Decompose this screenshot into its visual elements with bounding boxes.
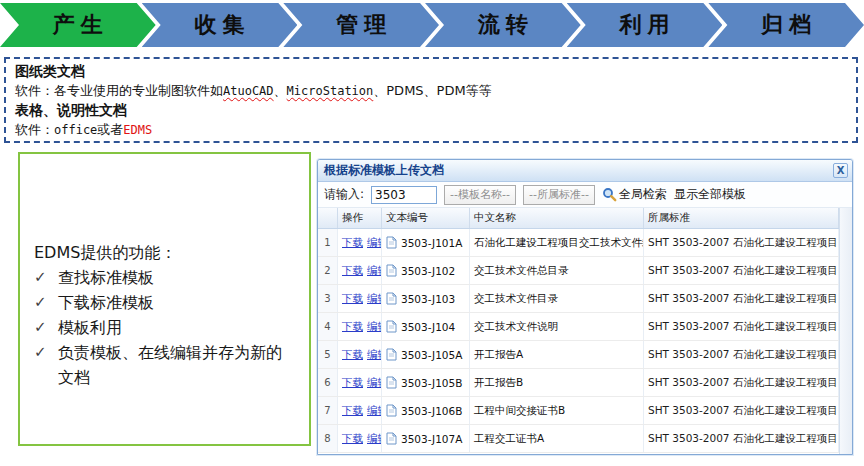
download-link[interactable]: 下载 (342, 404, 363, 418)
table-row[interactable]: 6 下载 编辑 3503-J105B 开工报告B SHT 3503-2007 石… (318, 369, 839, 397)
header-standard[interactable]: 所属标准 (644, 208, 839, 228)
row-doc-code: 3503-J103 (382, 285, 470, 312)
row-operations: 下载 编辑 (338, 425, 382, 452)
header-doc-code[interactable]: 文本编号 (382, 208, 470, 228)
flow-stage-label: 流转 (472, 10, 534, 40)
template-name-combo[interactable]: --模板名称-- (444, 185, 516, 205)
document-icon (386, 292, 397, 305)
search-input[interactable] (371, 186, 437, 204)
note-title-forms: 表格、说明性文档 (15, 101, 847, 120)
vertical-scrollbar[interactable] (839, 208, 852, 454)
check-icon: ✓ (34, 340, 58, 365)
flow-stage-label: 产生 (47, 10, 109, 40)
edit-link[interactable]: 编辑 (367, 404, 382, 418)
row-doc-code: 3503-J101A (382, 229, 470, 256)
header-chinese-name[interactable]: 中文名称 (470, 208, 644, 228)
misspelled-term: AtuoCAD (223, 84, 274, 98)
download-link[interactable]: 下载 (342, 320, 363, 334)
flow-stage-archive: 归档 (708, 3, 864, 47)
table-row[interactable]: 8 下载 编辑 3503-J107A 工程交工证书A SHT 3503-2007… (318, 425, 839, 453)
edit-link[interactable]: 编辑 (367, 432, 382, 446)
search-input-label: 请输入: (324, 186, 364, 203)
row-operations: 下载 编辑 (338, 369, 382, 396)
doc-code-text: 3503-J102 (401, 265, 455, 277)
row-standard: SHT 3503-2007 石油化工建设工程项目交工... (644, 341, 839, 368)
row-number: 7 (318, 397, 338, 424)
note-line-drawing-software: 软件：各专业使用的专业制图软件如AtuoCAD、MicroStation、PDM… (15, 81, 847, 101)
document-icon (386, 264, 397, 277)
flow-stage-collect: 收集 (142, 3, 298, 47)
row-chinese-name: 石油化工建设工程项目交工技术文件封面A (470, 229, 644, 256)
search-icon (602, 187, 617, 202)
row-doc-code: 3503-J107A (382, 425, 470, 452)
row-doc-code: 3503-J105A (382, 341, 470, 368)
document-icon (386, 432, 397, 445)
download-link[interactable]: 下载 (342, 292, 363, 306)
standard-combo[interactable]: --所属标准-- (523, 185, 595, 205)
check-icon: ✓ (34, 290, 58, 315)
download-link[interactable]: 下载 (342, 264, 363, 278)
row-standard: SHT 3503-2007 石油化工建设工程项目交工... (644, 313, 839, 340)
flow-stage-label: 利用 (614, 10, 676, 40)
table-row[interactable]: 4 下载 编辑 3503-J104 交工技术文件说明 SHT 3503-2007… (318, 313, 839, 341)
table-row[interactable]: 1 下载 编辑 3503-J101A 石油化工建设工程项目交工技术文件封面A S… (318, 229, 839, 257)
edms-function-item: ✓ 下载标准模板 (34, 290, 297, 315)
row-operations: 下载 编辑 (338, 341, 382, 368)
document-icon (386, 320, 397, 333)
edit-link[interactable]: 编辑 (367, 320, 382, 334)
edit-link[interactable]: 编辑 (367, 236, 382, 250)
download-link[interactable]: 下载 (342, 432, 363, 446)
table-row[interactable]: 5 下载 编辑 3503-J105A 开工报告A SHT 3503-2007 石… (318, 341, 839, 369)
download-link[interactable]: 下载 (342, 376, 363, 390)
flow-stage-produce: 产生 (0, 3, 156, 47)
note-line-form-software: 软件：office或者EDMS (15, 120, 847, 140)
row-number: 1 (318, 229, 338, 256)
row-standard: SHT 3503-2007 石油化工建设工程项目交工... (644, 397, 839, 424)
edit-link[interactable]: 编辑 (367, 348, 382, 362)
flow-stage-use: 利用 (567, 3, 723, 47)
edms-functions-heading: EDMS提供的功能： (34, 240, 297, 265)
close-icon[interactable]: X (833, 163, 848, 178)
show-all-templates-button[interactable]: 显示全部模板 (674, 186, 746, 203)
row-chinese-name: 交工技术文件总目录 (470, 257, 644, 284)
doc-code-text: 3503-J103 (401, 293, 455, 305)
row-operations: 下载 编辑 (338, 257, 382, 284)
row-operations: 下载 编辑 (338, 285, 382, 312)
table-row[interactable]: 7 下载 编辑 3503-J106B 工程中间交接证书B SHT 3503-20… (318, 397, 839, 425)
row-standard: SHT 3503-2007 石油化工建设工程项目交工... (644, 425, 839, 452)
document-icon (386, 236, 397, 249)
edit-link[interactable]: 编辑 (367, 264, 382, 278)
row-number: 8 (318, 425, 338, 452)
template-upload-dialog: 根据标准模板上传文档 X 请输入: --模板名称-- --所属标准-- 全局检索… (317, 159, 853, 455)
dialog-toolbar: 请输入: --模板名称-- --所属标准-- 全局检索 显示全部模板 (318, 182, 852, 208)
download-link[interactable]: 下载 (342, 348, 363, 362)
row-doc-code: 3503-J102 (382, 257, 470, 284)
flow-stage-manage: 管理 (283, 3, 439, 47)
doc-code-text: 3503-J104 (401, 321, 455, 333)
table-row[interactable]: 2 下载 编辑 3503-J102 交工技术文件总目录 SHT 3503-200… (318, 257, 839, 285)
edit-link[interactable]: 编辑 (367, 292, 382, 306)
doc-code-text: 3503-J105B (401, 377, 462, 389)
doc-types-note-box: 图纸类文档 软件：各专业使用的专业制图软件如AtuoCAD、MicroStati… (4, 57, 858, 143)
flow-stage-circulate: 流转 (425, 3, 581, 47)
row-chinese-name: 交工技术文件说明 (470, 313, 644, 340)
row-chinese-name: 工程交工证书A (470, 425, 644, 452)
global-search-label: 全局检索 (619, 186, 667, 203)
row-standard: SHT 3503-2007 石油化工建设工程项目交工... (644, 285, 839, 312)
row-number: 5 (318, 341, 338, 368)
row-doc-code: 3503-J104 (382, 313, 470, 340)
row-chinese-name: 开工报告A (470, 341, 644, 368)
doc-code-text: 3503-J107A (401, 433, 462, 445)
process-flow: 产生 收集 管理 流转 利用 归档 (0, 3, 864, 47)
doc-code-text: 3503-J106B (401, 405, 462, 417)
download-link[interactable]: 下载 (342, 236, 363, 250)
table-row[interactable]: 3 下载 编辑 3503-J103 交工技术文件目录 SHT 3503-2007… (318, 285, 839, 313)
note-title-drawings: 图纸类文档 (15, 62, 847, 81)
header-operation[interactable]: 操作 (338, 208, 382, 228)
global-search-button[interactable]: 全局检索 (602, 186, 667, 203)
row-number: 4 (318, 313, 338, 340)
edms-functions-box: EDMS提供的功能： ✓ 查找标准模板 ✓ 下载标准模板 ✓ 模板利用 ✓ 负责… (18, 152, 311, 446)
dialog-title-bar: 根据标准模板上传文档 X (318, 160, 852, 182)
edit-link[interactable]: 编辑 (367, 376, 382, 390)
row-standard: SHT 3503-2007 石油化工建设工程项目交工... (644, 229, 839, 256)
